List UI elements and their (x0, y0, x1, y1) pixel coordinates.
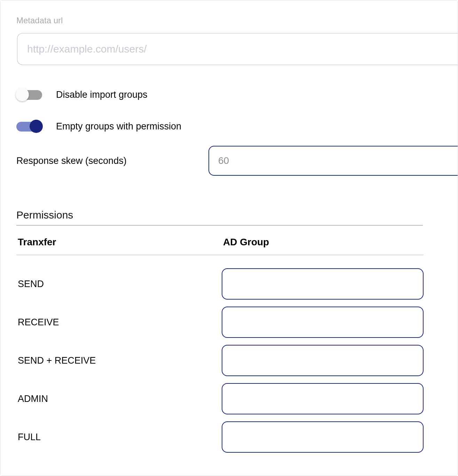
permissions-table: Tranxfer AD Group SEND RECEIVE SEND + RE… (16, 235, 424, 453)
metadata-url-input[interactable] (17, 33, 458, 65)
toggle-group: Disable import groups Empty groups with … (16, 89, 458, 132)
response-skew-label: Response skew (seconds) (16, 156, 208, 166)
permission-adgroup-input-send-receive[interactable] (222, 345, 424, 376)
permission-adgroup-input-send[interactable] (222, 268, 424, 300)
permission-adgroup-input-full[interactable] (222, 421, 424, 453)
permission-name: FULL (16, 432, 222, 443)
permission-row-receive: RECEIVE (16, 307, 424, 338)
disable-import-groups-row: Disable import groups (16, 89, 458, 100)
permissions-heading: Permissions (16, 209, 423, 225)
settings-panel: Metadata url Disable import groups Empty… (0, 0, 458, 476)
response-skew-row: Response skew (seconds) (16, 146, 458, 176)
permission-adgroup-input-admin[interactable] (222, 383, 424, 414)
permission-name: RECEIVE (16, 317, 222, 328)
permission-row-send: SEND (16, 268, 424, 300)
empty-groups-permission-label: Empty groups with permission (56, 121, 181, 132)
empty-groups-permission-row: Empty groups with permission (16, 121, 458, 132)
permission-name: SEND (16, 279, 222, 289)
metadata-url-label: Metadata url (16, 16, 458, 25)
permissions-col-adgroup: AD Group (223, 237, 424, 248)
response-skew-input[interactable] (208, 146, 458, 176)
disable-import-groups-toggle[interactable] (16, 90, 42, 100)
permission-row-send-receive: SEND + RECEIVE (16, 345, 424, 376)
permissions-body: SEND RECEIVE SEND + RECEIVE ADMIN FULL (16, 268, 424, 453)
toggle-knob-icon (30, 120, 43, 133)
permission-row-full: FULL (16, 421, 424, 453)
permission-row-admin: ADMIN (16, 383, 424, 414)
toggle-knob-icon (16, 88, 29, 101)
permission-adgroup-input-receive[interactable] (222, 307, 424, 338)
empty-groups-permission-toggle[interactable] (16, 122, 42, 132)
disable-import-groups-label: Disable import groups (56, 89, 148, 100)
permission-name: SEND + RECEIVE (16, 355, 222, 366)
permissions-header-row: Tranxfer AD Group (16, 235, 424, 256)
permissions-col-tranxfer: Tranxfer (18, 237, 223, 248)
permission-name: ADMIN (16, 394, 222, 404)
